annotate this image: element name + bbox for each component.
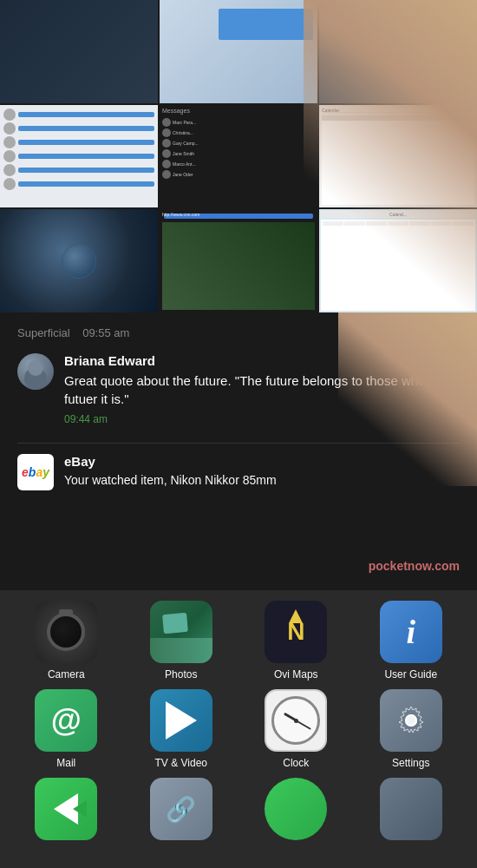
notif-divider — [17, 443, 460, 444]
partial-icon — [380, 778, 442, 840]
settings-label: Settings — [392, 757, 429, 769]
app-ovi-maps[interactable]: N Ovi Maps — [248, 601, 343, 681]
app-thumb-messages[interactable]: Messages Marc Para... Christina... Gary … — [160, 105, 317, 208]
app-partial-3[interactable] — [248, 778, 343, 845]
app-thumb-3[interactable] — [319, 0, 477, 103]
notification-ebay: ebay eBay Your watched item, Nikon Nikko… — [17, 454, 460, 490]
settings-icon — [380, 689, 442, 752]
app-row-partial — [9, 778, 468, 845]
notif-avatar-1 — [17, 353, 54, 390]
app-thumb-calendar[interactable]: Calendar — [319, 105, 477, 208]
camera-label: Camera — [48, 668, 85, 681]
app-camera[interactable]: Camera — [18, 601, 114, 681]
compass-n-label: N — [287, 618, 304, 646]
notification-header: Superficial 09:55 am — [17, 326, 460, 339]
camera-icon — [35, 601, 97, 663]
app-thumb-conversations[interactable] — [0, 105, 158, 208]
app-tv-video[interactable]: TV & Video — [134, 689, 229, 769]
app-partial-1[interactable] — [18, 778, 114, 845]
notif-text-1: Great quote about the future. "The futur… — [64, 372, 460, 408]
ovimaps-icon: N — [265, 601, 327, 663]
app-user-guide[interactable]: User Guide — [363, 601, 459, 681]
gear-svg — [394, 703, 428, 738]
green-arrow-icon — [35, 778, 97, 840]
ovimaps-label: Ovi Maps — [274, 668, 318, 681]
app-thumb-photo-large[interactable] — [0, 209, 158, 312]
notif-ebay-title: eBay — [64, 454, 460, 469]
app-row-2: Mail TV & Video Clock — [9, 689, 468, 769]
clock-center-dot — [294, 719, 298, 723]
watermark: pocketnow.com — [369, 559, 460, 573]
app-partial-2[interactable] — [134, 778, 229, 845]
clock-label: Clock — [283, 757, 309, 769]
app-mail[interactable]: Mail — [18, 689, 114, 769]
app-grid: Camera Photos N Ovi Maps User Guide Mail… — [0, 590, 477, 868]
app-switcher: Messages Marc Para... Christina... Gary … — [0, 0, 477, 312]
notif-ebay-text: Your watched item, Nikon Nikkor 85mm — [64, 472, 460, 490]
app-thumb-2[interactable] — [160, 0, 317, 103]
app-clock[interactable]: Clock — [248, 689, 343, 769]
paperclip-icon — [150, 778, 212, 840]
notif-sender-1: Briana Edward — [64, 353, 460, 368]
photos-label: Photos — [165, 668, 197, 681]
notif-time-1: 09:44 am — [64, 413, 460, 425]
notification-panel: Superficial 09:55 am Briana Edward Great… — [0, 312, 477, 590]
notif-content-1: Briana Edward Great quote about the futu… — [64, 353, 460, 425]
tvvideo-icon — [150, 689, 212, 752]
app-settings[interactable]: Settings — [363, 689, 459, 769]
app-thumb-calendar-2[interactable]: Calend... — [319, 209, 477, 312]
notif-ebay-content: eBay Your watched item, Nikon Nikkor 85m… — [64, 454, 460, 490]
photos-icon — [150, 601, 212, 663]
notif-source: Superficial — [17, 326, 70, 339]
userguide-icon — [380, 601, 442, 663]
app-partial-4[interactable] — [363, 778, 459, 845]
notification-message-1: Briana Edward Great quote about the futu… — [17, 353, 460, 425]
clock-icon — [265, 689, 327, 752]
clock-face — [271, 696, 320, 745]
tvvideo-label: TV & Video — [155, 757, 207, 769]
app-thumb-cnn[interactable]: http://www.cnn.com — [160, 209, 317, 312]
app-row-1: Camera Photos N Ovi Maps User Guide — [9, 601, 468, 681]
green-circle-icon — [265, 778, 327, 840]
mail-icon — [35, 689, 97, 752]
mail-label: Mail — [56, 757, 75, 769]
app-thumb-1[interactable] — [0, 0, 158, 103]
notif-header-time: 09:55 am — [82, 326, 129, 339]
userguide-label: User Guide — [384, 668, 437, 681]
ebay-logo: ebay — [17, 454, 54, 490]
app-photos[interactable]: Photos — [134, 601, 229, 681]
